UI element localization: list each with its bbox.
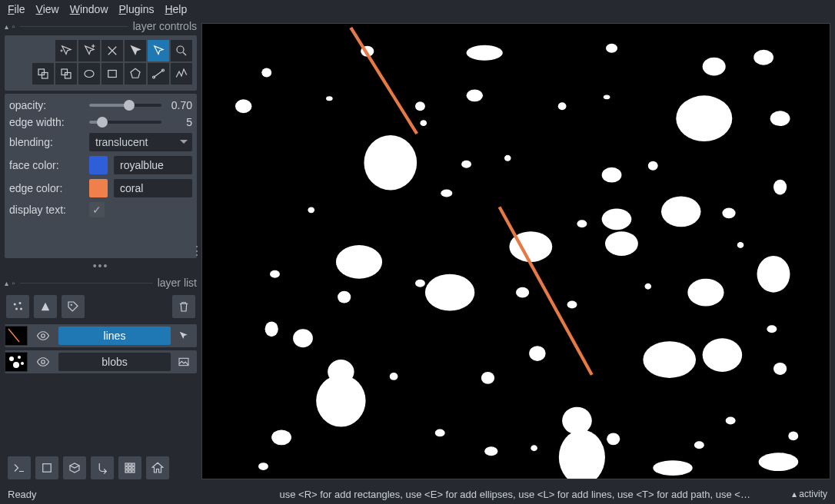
layer-row-blobs[interactable]: blobs [5,350,197,373]
layer-row-lines[interactable]: lines [5,324,197,347]
select-shape-tool[interactable] [125,40,146,61]
console-button[interactable] [8,456,31,479]
svg-rect-26 [125,467,128,469]
new-labels-layer-button[interactable] [62,295,85,318]
svg-point-20 [42,360,45,364]
layer-list-header: ▴ ▫ layer list [5,275,197,292]
layer-name[interactable]: lines [58,327,171,345]
add-rectangle-tool[interactable] [101,63,123,85]
display-text-checkbox[interactable]: ✓ [89,202,105,217]
svg-point-18 [13,362,19,368]
svg-rect-3 [65,73,72,79]
menu-plugins[interactable]: Plugins [119,3,155,15]
transpose-button[interactable] [91,456,114,479]
svg-line-96 [351,28,417,134]
more-controls-icon[interactable]: ••• [5,258,197,275]
svg-point-70 [757,256,790,293]
svg-rect-24 [129,463,131,466]
face-color-field[interactable]: royalblue [114,156,192,174]
menu-view[interactable]: View [36,3,59,15]
svg-point-73 [293,329,313,347]
collapse-icon[interactable]: ▴ ▫ [5,279,15,287]
shapes-layer-icon [175,330,192,342]
delete-layer-button[interactable] [172,295,195,318]
svg-point-60 [722,207,735,218]
svg-point-85 [694,441,704,449]
svg-point-38 [235,99,251,113]
svg-point-68 [644,284,651,290]
visibility-toggle-icon[interactable] [32,329,54,343]
svg-point-71 [265,321,278,337]
svg-point-40 [420,120,427,126]
svg-point-47 [364,135,417,191]
menu-window[interactable]: Window [70,3,108,15]
add-polygon-tool[interactable] [125,63,146,85]
svg-point-16 [9,356,14,361]
svg-point-94 [529,346,545,361]
svg-point-37 [261,68,271,78]
face-color-swatch[interactable] [89,156,108,174]
edge-width-label: edge width: [9,116,83,128]
svg-point-49 [504,155,511,161]
move-front-tool[interactable] [32,63,54,85]
viewer-buttons [5,449,197,484]
ndisplay-button[interactable] [63,456,86,479]
activity-indicator[interactable]: ▴ activity [792,489,827,499]
add-ellipse-tool[interactable] [78,63,100,85]
add-line-tool[interactable] [148,63,169,85]
svg-rect-1 [38,69,45,75]
edge-width-slider[interactable] [89,121,161,124]
svg-point-46 [770,111,790,126]
svg-line-14 [8,329,19,342]
collapse-icon[interactable]: ▴ ▫ [5,22,15,31]
layer-name[interactable]: blobs [58,353,171,371]
svg-point-42 [467,89,483,101]
delete-shape-tool[interactable] [101,40,123,61]
opacity-value: 0.70 [168,99,192,111]
home-button[interactable] [146,456,169,479]
blending-select[interactable]: translucent [89,133,192,151]
svg-point-53 [441,190,452,197]
layer-thumbnail [5,326,28,346]
move-back-tool[interactable] [55,63,77,85]
visibility-toggle-icon[interactable] [32,355,54,369]
opacity-slider[interactable] [89,104,161,107]
svg-point-43 [558,102,567,110]
add-vertex-tool[interactable] [78,40,100,61]
svg-point-64 [415,280,425,287]
svg-point-58 [605,231,638,256]
svg-point-51 [648,161,658,171]
roll-dims-button[interactable] [35,456,58,479]
svg-point-93 [481,372,494,384]
edge-color-field[interactable]: coral [114,179,192,197]
face-color-label: face color: [9,159,83,171]
layer-controls-header: ▴ ▫ layer controls [5,18,197,35]
new-shapes-layer-button[interactable] [34,295,57,318]
blending-label: blending: [9,136,83,148]
add-path-tool[interactable] [171,63,192,85]
svg-point-65 [425,274,474,311]
edge-color-swatch[interactable] [89,179,108,197]
canvas[interactable] [201,23,830,479]
pan-zoom-tool[interactable] [171,40,192,61]
svg-point-13 [71,304,72,306]
svg-line-97 [500,207,592,375]
svg-point-92 [759,453,799,471]
svg-point-56 [577,220,587,227]
svg-point-39 [415,101,425,111]
grid-button[interactable] [118,456,141,479]
svg-point-75 [703,338,743,372]
menu-help[interactable]: Help [165,3,187,15]
svg-point-19 [21,362,24,365]
svg-point-95 [531,445,537,451]
svg-rect-30 [129,470,131,472]
direct-select-tool[interactable] [148,40,169,61]
svg-rect-29 [125,470,128,472]
select-vertices-tool[interactable] [55,40,77,61]
svg-point-17 [18,356,21,359]
svg-point-90 [258,463,268,470]
menu-file[interactable]: File [8,3,25,15]
new-points-layer-button[interactable] [6,295,29,318]
image-layer-icon [175,356,192,368]
menubar: File View Window Plugins Help [0,0,835,18]
